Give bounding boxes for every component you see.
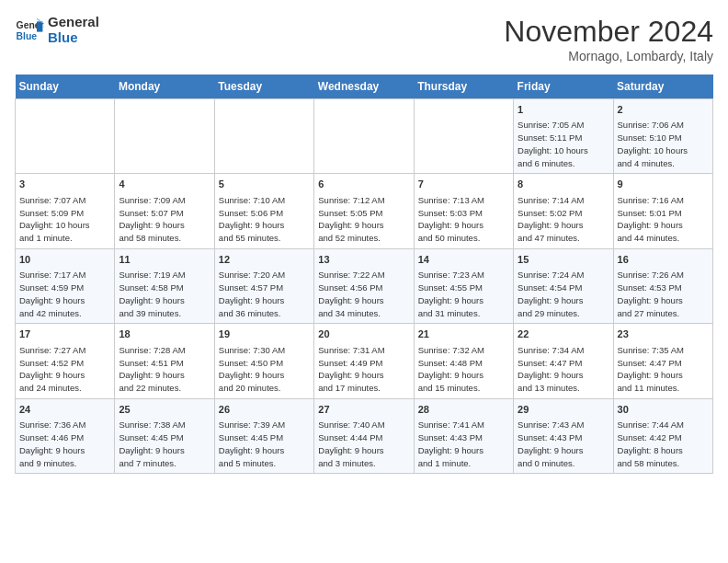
svg-text:Blue: Blue [17, 30, 38, 40]
week-row-1: 3Sunrise: 7:07 AM Sunset: 5:09 PM Daylig… [16, 174, 713, 248]
day-info: Sunrise: 7:22 AM Sunset: 4:56 PM Dayligh… [318, 269, 409, 319]
day-number: 10 [19, 253, 110, 267]
day-cell: 29Sunrise: 7:43 AM Sunset: 4:43 PM Dayli… [514, 398, 613, 473]
weekday-header-row: SundayMondayTuesdayWednesdayThursdayFrid… [16, 75, 713, 99]
day-number: 14 [418, 253, 509, 267]
logo: General Blue General Blue [15, 15, 99, 45]
title-area: November 2024 Mornago, Lombardy, Italy [504, 15, 713, 63]
day-cell: 2Sunrise: 7:06 AM Sunset: 5:10 PM Daylig… [613, 99, 712, 174]
day-number: 1 [518, 103, 609, 117]
day-cell: 4Sunrise: 7:09 AM Sunset: 5:07 PM Daylig… [115, 174, 214, 248]
day-info: Sunrise: 7:43 AM Sunset: 4:43 PM Dayligh… [518, 419, 609, 469]
day-cell: 30Sunrise: 7:44 AM Sunset: 4:42 PM Dayli… [613, 398, 712, 473]
day-cell [314, 99, 414, 174]
day-cell: 22Sunrise: 7:34 AM Sunset: 4:47 PM Dayli… [514, 324, 613, 398]
day-number: 20 [318, 327, 409, 341]
day-number: 11 [119, 253, 210, 267]
day-info: Sunrise: 7:19 AM Sunset: 4:58 PM Dayligh… [119, 269, 210, 319]
weekday-header-saturday: Saturday [613, 75, 712, 99]
week-row-3: 17Sunrise: 7:27 AM Sunset: 4:52 PM Dayli… [16, 324, 713, 398]
svg-marker-2 [37, 21, 42, 31]
day-cell: 19Sunrise: 7:30 AM Sunset: 4:50 PM Dayli… [214, 324, 313, 398]
day-cell: 28Sunrise: 7:41 AM Sunset: 4:43 PM Dayli… [414, 398, 513, 473]
day-info: Sunrise: 7:14 AM Sunset: 5:02 PM Dayligh… [518, 194, 609, 245]
weekday-header-monday: Monday [115, 75, 214, 99]
logo-line2: Blue [48, 30, 99, 46]
day-cell: 17Sunrise: 7:27 AM Sunset: 4:52 PM Dayli… [16, 324, 115, 398]
day-cell: 7Sunrise: 7:13 AM Sunset: 5:03 PM Daylig… [414, 174, 513, 248]
day-cell: 6Sunrise: 7:12 AM Sunset: 5:05 PM Daylig… [314, 174, 414, 248]
day-number: 17 [19, 327, 110, 341]
weekday-header-sunday: Sunday [16, 75, 115, 99]
day-info: Sunrise: 7:16 AM Sunset: 5:01 PM Dayligh… [618, 194, 709, 245]
day-info: Sunrise: 7:35 AM Sunset: 4:47 PM Dayligh… [618, 344, 709, 395]
day-info: Sunrise: 7:39 AM Sunset: 4:45 PM Dayligh… [219, 419, 310, 469]
day-info: Sunrise: 7:12 AM Sunset: 5:05 PM Dayligh… [318, 194, 409, 245]
day-info: Sunrise: 7:36 AM Sunset: 4:46 PM Dayligh… [19, 419, 110, 469]
day-info: Sunrise: 7:30 AM Sunset: 4:50 PM Dayligh… [219, 344, 310, 395]
location: Mornago, Lombardy, Italy [504, 49, 713, 63]
day-cell [214, 99, 313, 174]
day-cell: 10Sunrise: 7:17 AM Sunset: 4:59 PM Dayli… [16, 248, 115, 323]
day-info: Sunrise: 7:40 AM Sunset: 4:44 PM Dayligh… [318, 419, 409, 469]
calendar-table: SundayMondayTuesdayWednesdayThursdayFrid… [15, 75, 713, 474]
day-number: 30 [618, 403, 709, 417]
day-number: 3 [19, 178, 110, 191]
day-cell: 23Sunrise: 7:35 AM Sunset: 4:47 PM Dayli… [613, 324, 712, 398]
day-cell: 20Sunrise: 7:31 AM Sunset: 4:49 PM Dayli… [314, 324, 414, 398]
week-row-2: 10Sunrise: 7:17 AM Sunset: 4:59 PM Dayli… [16, 248, 713, 323]
weekday-header-thursday: Thursday [414, 75, 513, 99]
day-cell: 11Sunrise: 7:19 AM Sunset: 4:58 PM Dayli… [115, 248, 214, 323]
weekday-header-friday: Friday [514, 75, 613, 99]
day-info: Sunrise: 7:26 AM Sunset: 4:53 PM Dayligh… [618, 269, 709, 319]
day-info: Sunrise: 7:34 AM Sunset: 4:47 PM Dayligh… [518, 344, 609, 395]
day-number: 24 [19, 403, 110, 417]
day-number: 4 [119, 178, 210, 191]
day-number: 6 [318, 178, 409, 191]
day-number: 22 [518, 327, 609, 341]
day-info: Sunrise: 7:17 AM Sunset: 4:59 PM Dayligh… [19, 269, 110, 319]
weekday-header-tuesday: Tuesday [214, 75, 313, 99]
day-info: Sunrise: 7:06 AM Sunset: 5:10 PM Dayligh… [618, 119, 709, 169]
day-number: 5 [219, 178, 310, 191]
logo-icon: General Blue [15, 16, 44, 45]
month-title: November 2024 [504, 15, 713, 49]
day-cell: 13Sunrise: 7:22 AM Sunset: 4:56 PM Dayli… [314, 248, 414, 323]
day-cell: 9Sunrise: 7:16 AM Sunset: 5:01 PM Daylig… [613, 174, 712, 248]
logo-line1: General [48, 15, 99, 30]
day-info: Sunrise: 7:41 AM Sunset: 4:43 PM Dayligh… [418, 419, 509, 469]
day-cell: 26Sunrise: 7:39 AM Sunset: 4:45 PM Dayli… [214, 398, 313, 473]
day-info: Sunrise: 7:09 AM Sunset: 5:07 PM Dayligh… [119, 194, 210, 245]
day-number: 28 [418, 403, 509, 417]
day-cell: 18Sunrise: 7:28 AM Sunset: 4:51 PM Dayli… [115, 324, 214, 398]
day-number: 12 [219, 253, 310, 267]
day-cell: 24Sunrise: 7:36 AM Sunset: 4:46 PM Dayli… [16, 398, 115, 473]
day-cell: 25Sunrise: 7:38 AM Sunset: 4:45 PM Dayli… [115, 398, 214, 473]
day-number: 7 [418, 178, 509, 191]
day-number: 2 [618, 103, 709, 117]
day-info: Sunrise: 7:38 AM Sunset: 4:45 PM Dayligh… [119, 419, 210, 469]
day-cell: 15Sunrise: 7:24 AM Sunset: 4:54 PM Dayli… [514, 248, 613, 323]
day-number: 13 [318, 253, 409, 267]
header: General Blue General Blue November 2024 … [15, 15, 713, 63]
day-cell: 27Sunrise: 7:40 AM Sunset: 4:44 PM Dayli… [314, 398, 414, 473]
day-number: 21 [418, 327, 509, 341]
day-cell: 14Sunrise: 7:23 AM Sunset: 4:55 PM Dayli… [414, 248, 513, 323]
day-info: Sunrise: 7:07 AM Sunset: 5:09 PM Dayligh… [19, 194, 110, 245]
day-info: Sunrise: 7:13 AM Sunset: 5:03 PM Dayligh… [418, 194, 509, 245]
day-info: Sunrise: 7:27 AM Sunset: 4:52 PM Dayligh… [19, 344, 110, 395]
day-number: 8 [518, 178, 609, 191]
day-cell [115, 99, 214, 174]
day-info: Sunrise: 7:10 AM Sunset: 5:06 PM Dayligh… [219, 194, 310, 245]
day-number: 26 [219, 403, 310, 417]
day-info: Sunrise: 7:20 AM Sunset: 4:57 PM Dayligh… [219, 269, 310, 319]
day-number: 25 [119, 403, 210, 417]
day-number: 18 [119, 327, 210, 341]
day-cell: 3Sunrise: 7:07 AM Sunset: 5:09 PM Daylig… [16, 174, 115, 248]
day-number: 23 [618, 327, 709, 341]
day-number: 15 [518, 253, 609, 267]
day-info: Sunrise: 7:32 AM Sunset: 4:48 PM Dayligh… [418, 344, 509, 395]
day-number: 19 [219, 327, 310, 341]
day-info: Sunrise: 7:23 AM Sunset: 4:55 PM Dayligh… [418, 269, 509, 319]
day-info: Sunrise: 7:05 AM Sunset: 5:11 PM Dayligh… [518, 119, 609, 169]
